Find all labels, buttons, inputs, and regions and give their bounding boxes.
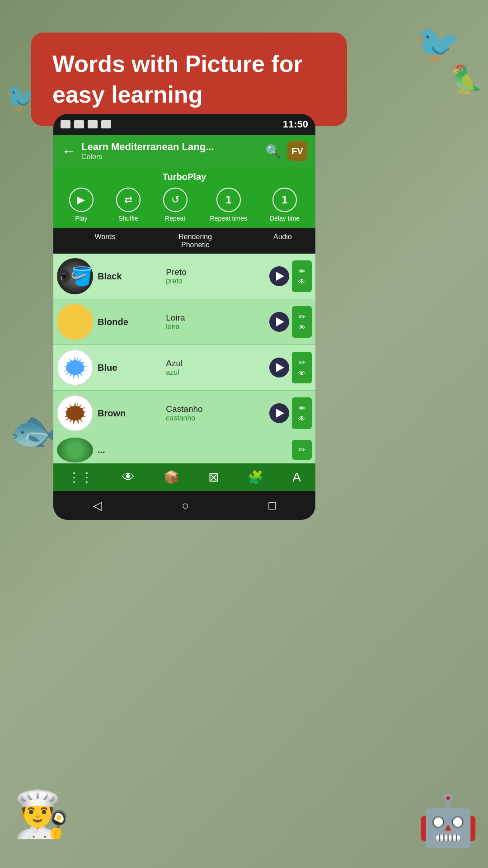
nav-translate-icon[interactable]: A bbox=[292, 470, 301, 485]
status-bar: 11:50 bbox=[53, 114, 315, 135]
top-banner: Words with Picture for easy learning bbox=[31, 33, 347, 126]
header-title: Learn Mediterranean Lang... bbox=[81, 141, 260, 153]
phonetic-blonde: Loira loira bbox=[166, 313, 257, 331]
play-button-blonde[interactable] bbox=[269, 312, 289, 332]
status-icons bbox=[61, 120, 111, 128]
header-subtitle: Colors bbox=[81, 153, 260, 161]
mascot-right: 🤖 bbox=[417, 792, 479, 850]
svg-rect-3 bbox=[61, 276, 62, 279]
deco-bird-right: 🦜 bbox=[450, 63, 483, 95]
app-header: ← Learn Mediterranean Lang... Colors 🔍 F… bbox=[53, 135, 315, 167]
edit-button-partial[interactable]: ✏ bbox=[292, 440, 312, 460]
play-triangle-black bbox=[276, 272, 284, 281]
col-header-rendering: RenderingPhonetic bbox=[141, 233, 250, 249]
brown-splat-svg bbox=[59, 397, 91, 429]
nav-grid-icon[interactable]: ⊠ bbox=[208, 470, 219, 485]
nav-owl-icon[interactable]: 👁 bbox=[122, 470, 135, 485]
play-button-black[interactable] bbox=[269, 266, 289, 286]
phonetic-word-blonde: Loira bbox=[166, 313, 185, 323]
repeat-times-control[interactable]: 1 Repeat times bbox=[210, 188, 247, 222]
owl-icon-blue: 👁 bbox=[298, 369, 305, 377]
audio-col-brown: ✏ 👁 bbox=[257, 397, 312, 429]
col-header-words: Words bbox=[53, 233, 141, 249]
phonetic-sub-black: preto bbox=[166, 277, 182, 285]
phonetic-black: Preto preto bbox=[166, 267, 257, 285]
back-button[interactable]: ← bbox=[61, 143, 76, 160]
edit-button-black[interactable]: ✏ 👁 bbox=[292, 260, 312, 292]
deco-fish: 🐟 bbox=[9, 407, 60, 454]
audio-col-black: ✏ 👁 bbox=[257, 260, 312, 292]
word-row-brown: Brown Castanho castanho ✏ 👁 bbox=[53, 391, 315, 436]
shuffle-button[interactable]: ⇄ bbox=[116, 188, 141, 212]
word-row-blonde: Blonde Loira loira ✏ 👁 bbox=[53, 299, 315, 345]
svg-point-2 bbox=[61, 278, 66, 279]
pencil-icon-blue: ✏ bbox=[299, 358, 305, 368]
phonetic-word-brown: Castanho bbox=[166, 404, 202, 414]
svg-point-4 bbox=[61, 279, 62, 280]
fv-badge[interactable]: FV bbox=[287, 141, 307, 161]
audio-col-blonde: ✏ 👁 bbox=[257, 306, 312, 338]
turboplay-bar: TurboPlay ▶ Play ⇄ Shuffle ↺ Repeat 1 Re… bbox=[53, 167, 315, 228]
shuffle-control[interactable]: ⇄ Shuffle bbox=[116, 188, 141, 222]
system-nav: ◁ ○ □ bbox=[53, 491, 315, 520]
sys-recents-button[interactable]: □ bbox=[268, 499, 276, 513]
phonetic-brown: Castanho castanho bbox=[166, 404, 257, 422]
blue-splat-svg bbox=[59, 352, 91, 383]
flag-icon bbox=[88, 120, 98, 128]
phonetic-word-black: Preto bbox=[166, 267, 186, 277]
edit-button-brown[interactable]: ✏ 👁 bbox=[292, 397, 312, 429]
header-title-block: Learn Mediterranean Lang... Colors bbox=[81, 141, 260, 161]
repeat-control[interactable]: ↺ Repeat bbox=[163, 188, 188, 222]
delay-time-label: Delay time bbox=[270, 215, 300, 222]
nav-box-icon[interactable]: 📦 bbox=[164, 470, 179, 485]
turboplay-label: TurboPlay bbox=[53, 172, 315, 188]
play-button-brown[interactable] bbox=[269, 403, 289, 423]
edit-button-blue[interactable]: ✏ 👁 bbox=[292, 352, 312, 383]
status-time: 11:50 bbox=[283, 118, 308, 130]
audio-col-blue: ✏ 👁 bbox=[257, 352, 312, 383]
bottom-nav: ⋮⋮ 👁 📦 ⊠ 🧩 A bbox=[53, 463, 315, 491]
turboplay-controls: ▶ Play ⇄ Shuffle ↺ Repeat 1 Repeat times… bbox=[53, 188, 315, 228]
phonetic-sub-blonde: loira bbox=[166, 323, 179, 331]
delay-time-control[interactable]: 1 Delay time bbox=[270, 188, 300, 222]
nav-list-icon[interactable]: ⋮⋮ bbox=[68, 470, 93, 485]
play-triangle-brown bbox=[276, 409, 284, 418]
play-label: Play bbox=[75, 215, 87, 222]
pencil-icon-brown: ✏ bbox=[299, 403, 305, 413]
word-image-blonde bbox=[57, 304, 93, 340]
play-button-blue[interactable] bbox=[269, 358, 289, 377]
play-triangle-blonde bbox=[276, 317, 284, 326]
search-button[interactable]: 🔍 bbox=[265, 144, 281, 159]
nav-puzzle-icon[interactable]: 🧩 bbox=[248, 470, 263, 485]
word-image-blue bbox=[57, 349, 93, 386]
top-banner-text: Words with Picture for easy learning bbox=[52, 49, 325, 110]
sys-back-button[interactable]: ◁ bbox=[93, 499, 102, 513]
phone-frame: 11:50 ← Learn Mediterranean Lang... Colo… bbox=[53, 114, 315, 520]
word-text-blue: Blue bbox=[93, 363, 166, 373]
col-header-audio: Audio bbox=[250, 233, 315, 249]
play-control[interactable]: ▶ Play bbox=[69, 188, 94, 222]
delay-time-button[interactable]: 1 bbox=[272, 188, 297, 212]
header-icons: 🔍 FV bbox=[265, 141, 307, 161]
owl-icon-brown: 👁 bbox=[298, 415, 305, 423]
sys-home-button[interactable]: ○ bbox=[182, 499, 189, 513]
pencil-icon-black: ✏ bbox=[299, 266, 305, 276]
notification-icon bbox=[61, 120, 70, 128]
photo-icon bbox=[74, 120, 84, 128]
word-image-brown bbox=[57, 395, 93, 431]
play-button[interactable]: ▶ bbox=[69, 188, 94, 212]
word-text-blonde: Blonde bbox=[93, 317, 166, 327]
repeat-times-button[interactable]: 1 bbox=[216, 188, 241, 212]
phonetic-sub-blue: azul bbox=[166, 368, 179, 377]
word-text-brown: Brown bbox=[93, 408, 166, 419]
play-triangle-blue bbox=[276, 363, 284, 372]
word-row-black: Black Preto preto ✏ 👁 bbox=[53, 254, 315, 299]
repeat-button[interactable]: ↺ bbox=[163, 188, 188, 212]
pencil-icon-blonde: ✏ bbox=[299, 312, 305, 322]
owl-icon-blonde: 👁 bbox=[298, 324, 305, 332]
edit-button-blonde[interactable]: ✏ 👁 bbox=[292, 306, 312, 338]
pencil-icon-partial: ✏ bbox=[299, 445, 305, 455]
phonetic-blue: Azul azul bbox=[166, 359, 257, 377]
phonetic-sub-brown: castanho bbox=[166, 414, 195, 422]
word-image-black bbox=[57, 258, 93, 294]
